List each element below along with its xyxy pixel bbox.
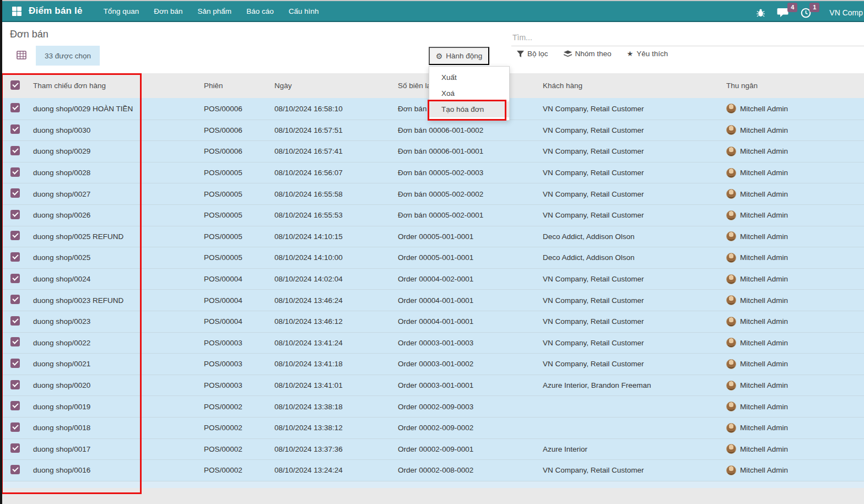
menu-item-don-ban[interactable]: Đơn bán bbox=[154, 7, 182, 15]
table-row[interactable]: duong shop/0027POS/0000508/10/2024 16:55… bbox=[0, 183, 864, 204]
cell-cashier: Mitchell Admin bbox=[722, 423, 864, 433]
column-header-order-reference[interactable]: Tham chiếu đơn hàng bbox=[26, 82, 198, 90]
row-checkbox[interactable] bbox=[0, 167, 26, 178]
row-checkbox[interactable] bbox=[0, 252, 26, 263]
row-checkbox[interactable] bbox=[0, 401, 26, 412]
favorites-button[interactable]: ★ Yêu thích bbox=[627, 50, 668, 58]
table-row[interactable]: duong shop/0021POS/0000308/10/2024 13:41… bbox=[0, 353, 864, 375]
row-checkbox[interactable] bbox=[0, 274, 26, 285]
cell-cashier: Mitchell Admin bbox=[722, 210, 864, 220]
column-header-date[interactable]: Ngày bbox=[270, 82, 391, 90]
checkbox-checked-icon[interactable] bbox=[10, 124, 20, 134]
checkbox-checked-icon[interactable] bbox=[10, 167, 20, 177]
checkbox-checked-icon[interactable] bbox=[10, 337, 20, 346]
row-checkbox[interactable] bbox=[0, 103, 26, 114]
table-row[interactable]: duong shop/0023POS/0000408/10/2024 13:46… bbox=[0, 311, 864, 332]
table-row[interactable]: duong shop/0028POS/0000508/10/2024 16:56… bbox=[0, 162, 864, 183]
cell-cashier: Mitchell Admin bbox=[722, 104, 864, 113]
row-checkbox[interactable] bbox=[0, 295, 26, 306]
row-checkbox[interactable] bbox=[0, 124, 26, 136]
row-checkbox[interactable] bbox=[0, 359, 26, 370]
row-checkbox[interactable] bbox=[0, 316, 26, 327]
table-row[interactable]: duong shop/0026POS/0000508/10/2024 16:55… bbox=[0, 204, 864, 226]
table-row[interactable]: duong shop/0025POS/0000508/10/2024 14:10… bbox=[0, 247, 864, 268]
checkbox-checked-icon[interactable] bbox=[10, 380, 20, 389]
cashier-name: Mitchell Admin bbox=[740, 253, 788, 262]
checkbox-checked-icon[interactable] bbox=[10, 443, 20, 453]
checkbox-checked-icon[interactable] bbox=[10, 231, 20, 240]
checkbox-checked-icon[interactable] bbox=[10, 359, 20, 368]
checkbox-checked-icon[interactable] bbox=[10, 103, 20, 112]
debug-bug-icon[interactable] bbox=[756, 8, 765, 18]
checkbox-checked-icon[interactable] bbox=[10, 422, 20, 432]
cell-session: POS/00003 bbox=[198, 381, 270, 389]
list-view-switcher-icon[interactable] bbox=[17, 51, 26, 59]
table-row[interactable]: duong shop/0029POS/0000608/10/2024 16:57… bbox=[0, 140, 864, 162]
table-row[interactable]: duong shop/0018POS/0000208/10/2024 13:38… bbox=[0, 417, 864, 438]
column-header-session[interactable]: Phiên bbox=[198, 82, 270, 90]
row-checkbox[interactable] bbox=[0, 231, 26, 242]
row-checkbox[interactable] bbox=[0, 188, 26, 199]
menu-item-cau-hinh[interactable]: Cấu hình bbox=[289, 7, 319, 15]
column-header-cashier[interactable]: Thu ngân bbox=[722, 82, 864, 90]
cell-date: 08/10/2024 16:56:07 bbox=[270, 169, 391, 177]
checkbox-checked-icon[interactable] bbox=[10, 465, 20, 474]
menu-item-bao-cao[interactable]: Báo cáo bbox=[246, 7, 274, 15]
checkbox-checked-icon[interactable] bbox=[10, 316, 20, 326]
column-header-customer[interactable]: Khách hàng bbox=[537, 82, 722, 90]
row-checkbox[interactable] bbox=[0, 465, 26, 476]
checkbox-checked-icon[interactable] bbox=[10, 274, 20, 283]
checkbox-checked-icon[interactable] bbox=[10, 295, 20, 304]
table-row[interactable]: duong shop/0024POS/0000408/10/2024 14:02… bbox=[0, 268, 864, 290]
row-checkbox[interactable] bbox=[0, 146, 26, 157]
table-row[interactable]: duong shop/0023 REFUNDPOS/0000408/10/202… bbox=[0, 289, 864, 311]
checkbox-checked-icon[interactable] bbox=[10, 188, 20, 198]
messages-icon[interactable]: 4 bbox=[777, 8, 789, 18]
search-input[interactable] bbox=[511, 29, 864, 46]
app-brand[interactable]: Điểm bán lẻ bbox=[29, 6, 83, 17]
menu-item-create-invoice[interactable]: Tạo hóa đơn bbox=[429, 101, 509, 117]
user-menu[interactable]: VN Comp bbox=[829, 8, 863, 17]
groupby-button[interactable]: Nhóm theo bbox=[564, 50, 612, 58]
table-row[interactable]: duong shop/0020POS/0000308/10/2024 13:41… bbox=[0, 375, 864, 396]
table-row[interactable]: duong shop/0030POS/0000608/10/2024 16:57… bbox=[0, 120, 864, 141]
table-row[interactable]: duong shop/0025 REFUNDPOS/0000508/10/202… bbox=[0, 226, 864, 247]
action-button[interactable]: ⚙ Hành động bbox=[429, 47, 489, 65]
navbar-right: 4 1 VN Comp bbox=[756, 2, 864, 22]
cell-order-reference: duong shop/0026 bbox=[26, 211, 198, 219]
table-row[interactable]: duong shop/0019POS/0000208/10/2024 13:38… bbox=[0, 395, 864, 417]
checkbox-checked-icon[interactable] bbox=[10, 80, 20, 90]
checkbox-checked-icon[interactable] bbox=[10, 210, 20, 219]
menu-item-san-pham[interactable]: Sản phẩm bbox=[198, 7, 232, 15]
menu-item-tong-quan[interactable]: Tổng quan bbox=[104, 7, 139, 15]
activities-clock-icon[interactable]: 1 bbox=[801, 8, 811, 18]
row-checkbox[interactable] bbox=[0, 210, 26, 221]
table-row[interactable]: duong shop/0016POS/0000208/10/2024 13:24… bbox=[0, 459, 864, 481]
cell-order-reference: duong shop/0019 bbox=[26, 403, 198, 411]
table-row[interactable]: duong shop/0022POS/0000308/10/2024 13:41… bbox=[0, 332, 864, 354]
selection-count-chip[interactable]: 33 được chọn bbox=[36, 46, 100, 66]
cell-cashier: Mitchell Admin bbox=[722, 465, 864, 475]
cell-cashier: Mitchell Admin bbox=[722, 189, 864, 199]
avatar bbox=[726, 210, 736, 220]
apps-grid-icon[interactable] bbox=[12, 7, 21, 16]
row-checkbox[interactable] bbox=[0, 337, 26, 348]
cell-date: 08/10/2024 13:46:12 bbox=[270, 317, 391, 326]
menu-item-delete[interactable]: Xoá bbox=[429, 85, 509, 101]
filters-button[interactable]: Bộ lọc bbox=[517, 50, 548, 58]
cell-date: 08/10/2024 13:41:24 bbox=[270, 339, 391, 347]
cell-session: POS/00005 bbox=[198, 253, 270, 262]
cell-customer: VN Company, Retail Customer bbox=[537, 296, 722, 305]
menu-item-export[interactable]: Xuất bbox=[429, 69, 509, 85]
select-all-checkbox[interactable] bbox=[0, 80, 26, 91]
cashier-name: Mitchell Admin bbox=[740, 211, 788, 219]
avatar bbox=[726, 147, 736, 156]
checkbox-checked-icon[interactable] bbox=[10, 401, 20, 410]
row-checkbox[interactable] bbox=[0, 380, 26, 391]
cashier-name: Mitchell Admin bbox=[740, 296, 788, 305]
table-row[interactable]: duong shop/0017POS/0000208/10/2024 13:37… bbox=[0, 438, 864, 460]
checkbox-checked-icon[interactable] bbox=[10, 146, 20, 155]
row-checkbox[interactable] bbox=[0, 422, 26, 433]
checkbox-checked-icon[interactable] bbox=[10, 252, 20, 262]
row-checkbox[interactable] bbox=[0, 443, 26, 454]
